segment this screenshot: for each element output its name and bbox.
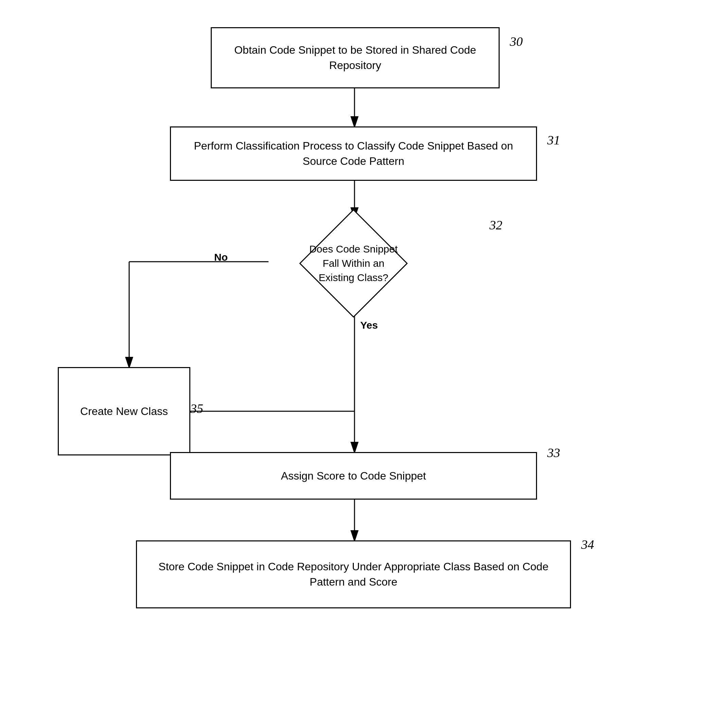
arrows-svg: [0, 0, 709, 728]
diamond-existing-class: Does Code Snippet Fall Within an Existin…: [235, 217, 473, 309]
box-create-new-class: Create New Class: [58, 367, 190, 455]
ref-31: 31: [547, 133, 560, 147]
box-assign-score: Assign Score to Code Snippet: [170, 452, 537, 500]
box-store-code-snippet: Store Code Snippet in Code Repository Un…: [136, 540, 571, 608]
ref-35: 35: [190, 401, 203, 416]
label-yes: Yes: [360, 320, 378, 331]
ref-34: 34: [581, 537, 594, 552]
ref-33: 33: [547, 445, 560, 460]
ref-30: 30: [510, 34, 523, 49]
box-classification-process: Perform Classification Process to Classi…: [170, 127, 537, 181]
ref-32: 32: [489, 217, 502, 232]
diagram-container: Obtain Code Snippet to be Stored in Shar…: [0, 0, 709, 728]
box-obtain-code-snippet: Obtain Code Snippet to be Stored in Shar…: [211, 27, 500, 88]
label-no: No: [214, 251, 228, 263]
